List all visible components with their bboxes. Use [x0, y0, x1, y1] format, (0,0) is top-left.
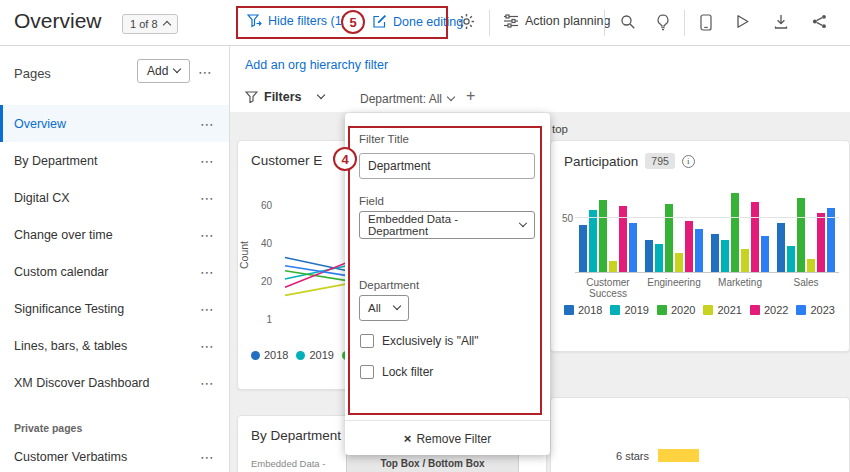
legend-swatch	[657, 305, 667, 315]
gridline	[575, 217, 839, 218]
sidebar-items: Overview⋯By Department⋯Digital CX⋯Change…	[0, 105, 229, 401]
present-button[interactable]	[736, 14, 749, 32]
add-filter-button[interactable]: +	[466, 87, 475, 105]
sidebar-item-overview[interactable]: Overview⋯	[0, 105, 229, 142]
bar-2023-0[interactable]	[629, 223, 637, 272]
bar-2023-2[interactable]	[761, 236, 769, 272]
field-select-value: Embedded Data - Department	[368, 213, 514, 237]
sidebar-item-label: By Department	[14, 154, 97, 168]
bar-2019-2[interactable]	[721, 240, 729, 272]
bar-2021-0[interactable]	[609, 261, 617, 272]
y-tick: 1	[250, 314, 272, 325]
bar-2022-3[interactable]	[817, 213, 825, 272]
hide-filters-button[interactable]: Hide filters (1)	[247, 14, 346, 28]
pencil-icon	[372, 14, 387, 29]
bar-2021-1[interactable]	[675, 253, 683, 272]
bar-2019-3[interactable]	[787, 246, 795, 272]
legend-item-2023[interactable]: 2023	[796, 304, 834, 316]
bar-2020-0[interactable]	[599, 200, 607, 272]
department-label: Department	[359, 279, 419, 291]
star-rating-bar[interactable]	[658, 449, 699, 462]
widget-title: Customer E	[251, 153, 322, 168]
bar-group-customer-success	[579, 186, 637, 272]
sidebar-item-xm-discover-dashboard[interactable]: XM Discover Dashboard⋯	[0, 364, 229, 401]
sidebar-item-change-over-time[interactable]: Change over time⋯	[0, 216, 229, 253]
chart-legend: 201820192020202120222023	[564, 304, 844, 321]
action-planning-button[interactable]: Action planning	[503, 14, 610, 28]
bar-2022-1[interactable]	[685, 221, 693, 272]
bar-2021-3[interactable]	[807, 259, 815, 272]
legend-swatch	[564, 305, 574, 315]
sidebar-item-lines-bars-tables[interactable]: Lines, bars, & tables⋯	[0, 327, 229, 364]
sidebar-item-custom-calendar[interactable]: Custom calendar⋯	[0, 253, 229, 290]
bar-2021-2[interactable]	[741, 249, 749, 272]
item-menu-icon[interactable]: ⋯	[200, 264, 215, 280]
remove-filter-button[interactable]: ×Remove Filter	[345, 431, 550, 446]
bar-2019-0[interactable]	[589, 210, 597, 272]
bar-2018-0[interactable]	[579, 225, 587, 272]
widget-subtitle: Embedded Data -	[251, 458, 325, 469]
legend-item-2022[interactable]: 2022	[750, 304, 788, 316]
lock-filter-checkbox-row[interactable]: Lock filter	[360, 365, 433, 379]
export-button[interactable]	[774, 14, 788, 32]
legend-label: 2022	[764, 304, 788, 316]
filters-toggle[interactable]: Filters	[245, 90, 324, 104]
filter-title-input[interactable]	[359, 153, 535, 179]
item-menu-icon[interactable]: ⋯	[200, 190, 215, 206]
legend-item-2020[interactable]: 2020	[657, 304, 695, 316]
gear-icon	[458, 13, 475, 30]
sidebar-item-label: Custom calendar	[14, 265, 109, 279]
bar-2018-3[interactable]	[777, 223, 785, 272]
exclusively-all-checkbox-row[interactable]: Exclusively is "All"	[360, 334, 479, 348]
item-menu-icon[interactable]: ⋯	[200, 153, 215, 169]
legend-item-2018[interactable]: 2018	[251, 349, 288, 361]
bar-2020-3[interactable]	[797, 198, 805, 272]
field-select[interactable]: Embedded Data - Department	[359, 211, 535, 239]
pages-menu-icon[interactable]: ⋯	[198, 64, 213, 80]
legend-item-2019[interactable]: 2019	[296, 349, 333, 361]
bar-2020-1[interactable]	[665, 204, 673, 272]
legend-label: 2019	[624, 304, 648, 316]
category-label: Marketing	[707, 277, 773, 299]
bar-2019-1[interactable]	[655, 244, 663, 272]
legend-item-2021[interactable]: 2021	[703, 304, 741, 316]
item-menu-icon[interactable]: ⋯	[200, 338, 215, 354]
item-menu-icon[interactable]: ⋯	[200, 227, 215, 243]
action-planning-icon	[503, 14, 519, 28]
bar-2018-2[interactable]	[711, 234, 719, 272]
sidebar-item-significance-testing[interactable]: Significance Testing⋯	[0, 290, 229, 327]
item-menu-icon[interactable]: ⋯	[200, 116, 215, 132]
mobile-icon	[700, 14, 712, 31]
page-count-selector[interactable]: 1 of 8	[122, 14, 178, 34]
sidebar-item-label: Digital CX	[14, 191, 70, 205]
bar-2022-0[interactable]	[619, 206, 627, 272]
department-filter-chip[interactable]: Department: All	[360, 92, 454, 106]
item-menu-icon[interactable]: ⋯	[200, 449, 215, 465]
item-menu-icon[interactable]: ⋯	[200, 375, 215, 391]
share-button[interactable]	[812, 14, 827, 32]
checkbox[interactable]	[360, 365, 374, 379]
private-pages-heading: Private pages	[14, 422, 82, 434]
zoom-search-button[interactable]	[620, 14, 636, 33]
bar-2018-1[interactable]	[645, 240, 653, 272]
legend-item-2019[interactable]: 2019	[610, 304, 648, 316]
bar-2023-1[interactable]	[695, 229, 703, 272]
insights-button[interactable]	[656, 14, 670, 34]
done-editing-button[interactable]: Done editing	[372, 14, 463, 29]
sidebar-item-customer-verbatims[interactable]: Customer Verbatims⋯	[0, 438, 229, 472]
sidebar-item-by-department[interactable]: By Department⋯	[0, 142, 229, 179]
sidebar-item-digital-cx[interactable]: Digital CX⋯	[0, 179, 229, 216]
department-select[interactable]: All	[359, 295, 409, 321]
bar-2020-2[interactable]	[731, 193, 739, 272]
add-page-button[interactable]: Add	[137, 59, 190, 83]
legend-item-2018[interactable]: 2018	[564, 304, 602, 316]
settings-button[interactable]	[458, 13, 475, 33]
bar-2022-2[interactable]	[751, 202, 759, 272]
item-menu-icon[interactable]: ⋯	[200, 301, 215, 317]
org-hierarchy-filter-link[interactable]: Add an org hierarchy filter	[245, 58, 388, 72]
back-to-top-link[interactable]: top	[552, 123, 568, 135]
close-icon: ×	[404, 431, 412, 446]
mobile-preview-button[interactable]	[700, 14, 712, 34]
info-icon[interactable]: i	[682, 155, 695, 168]
checkbox[interactable]	[360, 334, 374, 348]
